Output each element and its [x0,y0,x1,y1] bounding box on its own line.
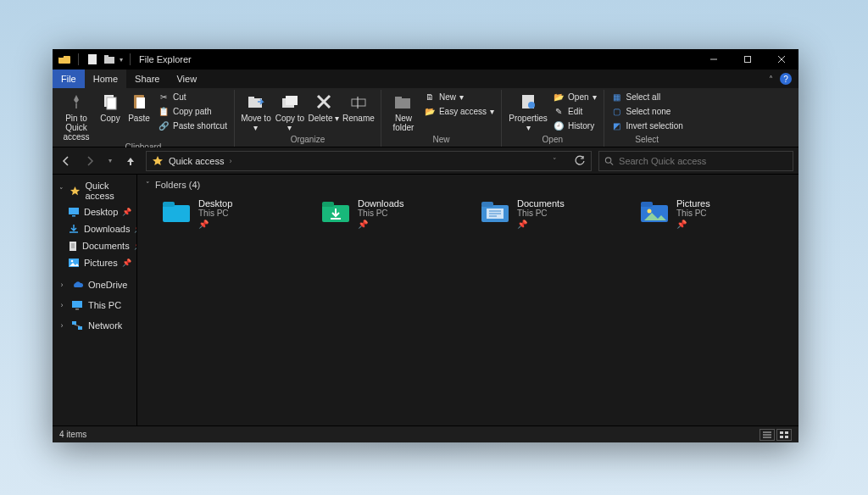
pin-icon: 📌 [358,220,403,229]
tree-network[interactable]: › Network [53,317,136,334]
tree-desktop[interactable]: Desktop 📌 [53,203,136,220]
select-none-button[interactable]: ▢Select none [609,104,685,118]
svg-rect-3 [88,54,97,64]
tree-pictures[interactable]: Pictures 📌 [53,254,136,271]
folder-downloads[interactable]: Downloads This PC 📌 [320,198,456,229]
rename-button[interactable]: Rename [342,90,376,134]
open-button[interactable]: 📂Open ▾ [551,90,598,103]
chevron-right-icon[interactable]: › [58,301,66,309]
invert-selection-icon: ◩ [611,120,623,131]
tree-documents[interactable]: Documents 📌 [53,237,136,254]
folder-location: This PC [198,209,232,218]
svg-rect-30 [72,215,75,217]
up-button[interactable] [122,153,139,170]
refresh-button[interactable] [574,155,586,167]
tree-downloads[interactable]: Downloads 📌 [53,220,136,237]
delete-button[interactable]: Delete ▾ [308,90,340,134]
close-button[interactable] [765,49,798,70]
history-button[interactable]: 🕘History [551,119,598,132]
search-box[interactable] [598,151,793,171]
chevron-down-icon[interactable]: ˅ [58,186,65,195]
chevron-down-icon: ˅ [146,181,150,189]
chevron-right-icon[interactable]: › [58,281,66,289]
collapse-ribbon-icon[interactable]: ˄ [769,75,773,84]
back-button[interactable] [58,153,75,170]
details-view-button[interactable] [760,429,775,441]
qat-document-icon[interactable] [86,53,99,66]
qat-dropdown-icon[interactable]: ▾ [120,56,123,64]
tree-label: Pictures [84,258,118,268]
group-header-folders[interactable]: ˅ Folders (4) [137,175,798,195]
svg-rect-43 [163,205,190,222]
address-bar[interactable]: Quick access › ˅ [146,151,592,171]
move-to-button[interactable]: Move to ▾ [240,90,272,134]
breadcrumb-current[interactable]: Quick access [169,156,224,166]
path-icon: 📋 [158,105,170,117]
copy-button[interactable]: Copy [97,90,124,142]
forward-button[interactable] [81,153,98,170]
minimize-button[interactable] [697,49,731,70]
folder-pictures[interactable]: Pictures This PC 📌 [639,198,775,229]
svg-rect-21 [352,99,365,106]
monitor-icon [70,299,84,311]
chevron-right-icon[interactable]: › [58,321,66,330]
shortcut-icon: 🔗 [158,120,170,131]
pin-to-quick-access-button[interactable]: Pin to Quick access [58,90,95,142]
tree-this-pc[interactable]: › This PC [53,297,136,314]
navigation-bar: ▾ Quick access › ˅ [53,147,798,175]
paste-shortcut-button[interactable]: 🔗Paste shortcut [156,119,229,132]
svg-rect-63 [785,436,788,438]
folder-name: Pictures [676,198,710,209]
address-dropdown-icon[interactable]: ˅ [553,157,557,165]
pin-icon: 📌 [517,220,565,229]
maximize-button[interactable] [731,49,765,70]
new-item-button[interactable]: 🗎New ▾ [422,90,496,103]
svg-rect-24 [395,97,402,99]
tab-share[interactable]: Share [126,70,168,88]
svg-rect-39 [75,309,79,310]
tab-file[interactable]: File [53,70,85,88]
search-icon [604,156,614,166]
tab-view[interactable]: View [168,70,205,88]
large-icons-view-button[interactable] [776,429,792,441]
ribbon-group-clipboard: Pin to Quick access Copy Paste ✂Cut 📋Cop… [53,90,235,147]
ribbon-group-select: ▦Select all ▢Select none ◩Invert selecti… [604,90,690,147]
folder-name: Desktop [198,198,232,209]
select-all-button[interactable]: ▦Select all [609,90,685,103]
folder-name: Documents [517,198,565,209]
help-icon[interactable]: ? [780,73,792,85]
search-input[interactable] [619,156,787,166]
folder-desktop[interactable]: Desktop This PC 📌 [161,198,297,229]
desktop-icon [68,206,80,218]
folder-pictures-icon [639,198,670,224]
invert-selection-button[interactable]: ◩Invert selection [609,119,685,132]
ribbon-group-open: Properties ▾ 📂Open ▾ ✎Edit 🕘History Open [502,90,604,147]
copy-path-button[interactable]: 📋Copy path [156,104,229,118]
chevron-right-icon[interactable]: › [229,157,231,165]
qat-folder-icon[interactable] [103,53,116,66]
svg-line-28 [610,162,613,164]
svg-rect-49 [481,202,493,207]
folder-name: Downloads [358,198,403,209]
edit-button[interactable]: ✎Edit [551,104,598,118]
copy-to-button[interactable]: Copy to ▾ [274,90,306,134]
svg-rect-44 [163,202,175,207]
pin-icon: 📌 [198,220,232,229]
tab-home[interactable]: Home [85,70,126,88]
svg-rect-18 [286,96,298,105]
recent-locations-button[interactable]: ▾ [105,153,115,170]
folder-location: This PC [517,209,565,218]
new-folder-button[interactable]: New folder [387,90,420,134]
network-icon [70,320,84,331]
group-label-select: Select [609,134,685,147]
tree-quick-access[interactable]: ˅ Quick access [53,178,136,203]
folder-location: This PC [676,209,710,218]
tree-onedrive[interactable]: › OneDrive [53,276,136,293]
cut-button[interactable]: ✂Cut [156,90,229,103]
easy-access-button[interactable]: 📂Easy access ▾ [422,104,496,118]
paste-button[interactable]: Paste [125,90,153,142]
pin-icon: 📌 [122,259,135,267]
folder-documents[interactable]: Documents This PC 📌 [480,198,615,229]
svg-rect-38 [72,301,82,308]
properties-button[interactable]: Properties ▾ [507,90,549,134]
